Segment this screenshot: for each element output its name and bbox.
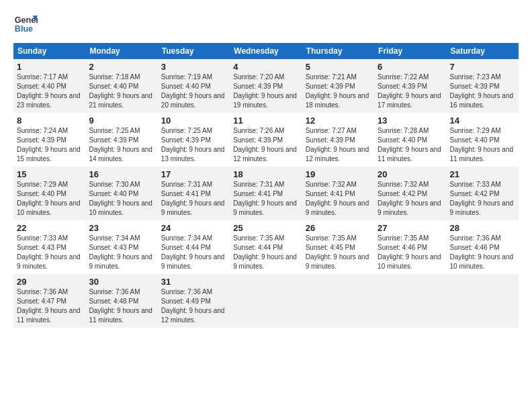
day-number: 23 [89, 223, 154, 233]
day-cell: 23Sunrise: 7:34 AMSunset: 4:43 PMDayligh… [85, 220, 157, 274]
day-number: 25 [233, 223, 298, 233]
day-number: 26 [306, 223, 371, 233]
day-info: Sunrise: 7:36 AMSunset: 4:49 PMDaylight:… [161, 288, 225, 324]
day-info: Sunrise: 7:35 AMSunset: 4:45 PMDaylight:… [306, 234, 369, 270]
day-info: Sunrise: 7:36 AMSunset: 4:47 PMDaylight:… [17, 288, 81, 324]
day-number: 12 [306, 116, 371, 126]
day-info: Sunrise: 7:20 AMSunset: 4:39 PMDaylight:… [233, 73, 297, 109]
day-info: Sunrise: 7:32 AMSunset: 4:42 PMDaylight:… [378, 181, 441, 216]
day-info: Sunrise: 7:25 AMSunset: 4:39 PMDaylight:… [161, 127, 225, 163]
day-info: Sunrise: 7:35 AMSunset: 4:44 PMDaylight:… [233, 234, 297, 270]
day-cell: 3Sunrise: 7:19 AMSunset: 4:40 PMDaylight… [158, 59, 230, 113]
day-cell: 28Sunrise: 7:36 AMSunset: 4:46 PMDayligh… [447, 220, 519, 274]
day-number: 1 [17, 62, 82, 72]
day-number: 6 [378, 62, 443, 72]
day-info: Sunrise: 7:36 AMSunset: 4:46 PMDaylight:… [450, 234, 514, 270]
day-cell: 14Sunrise: 7:29 AMSunset: 4:40 PMDayligh… [447, 113, 519, 167]
header: General Blue [13, 11, 519, 35]
weekday-tuesday: Tuesday [158, 43, 230, 59]
day-cell: 10Sunrise: 7:25 AMSunset: 4:39 PMDayligh… [158, 113, 230, 167]
day-info: Sunrise: 7:31 AMSunset: 4:41 PMDaylight:… [233, 181, 297, 216]
day-cell: 29Sunrise: 7:36 AMSunset: 4:47 PMDayligh… [13, 274, 85, 328]
day-cell: 5Sunrise: 7:21 AMSunset: 4:39 PMDaylight… [302, 59, 374, 113]
logo-icon: General Blue [13, 11, 38, 35]
day-cell: 9Sunrise: 7:25 AMSunset: 4:39 PMDaylight… [85, 113, 157, 167]
day-number: 30 [89, 277, 154, 287]
day-cell: 2Sunrise: 7:18 AMSunset: 4:40 PMDaylight… [85, 59, 157, 113]
day-number: 3 [161, 62, 226, 72]
day-number: 4 [233, 62, 298, 72]
day-cell: 21Sunrise: 7:33 AMSunset: 4:42 PMDayligh… [447, 167, 519, 220]
day-cell: 26Sunrise: 7:35 AMSunset: 4:45 PMDayligh… [302, 220, 374, 274]
day-cell: 17Sunrise: 7:31 AMSunset: 4:41 PMDayligh… [158, 167, 230, 220]
day-cell [374, 274, 446, 328]
day-info: Sunrise: 7:35 AMSunset: 4:46 PMDaylight:… [378, 234, 441, 270]
week-row-4: 22Sunrise: 7:33 AMSunset: 4:43 PMDayligh… [13, 220, 519, 274]
day-number: 21 [450, 169, 515, 179]
day-cell: 19Sunrise: 7:32 AMSunset: 4:41 PMDayligh… [302, 167, 374, 220]
day-number: 9 [89, 116, 154, 126]
svg-text:Blue: Blue [15, 24, 33, 34]
day-info: Sunrise: 7:23 AMSunset: 4:39 PMDaylight:… [450, 73, 514, 109]
weekday-friday: Friday [374, 43, 446, 59]
day-cell: 16Sunrise: 7:30 AMSunset: 4:40 PMDayligh… [85, 167, 157, 220]
day-number: 18 [233, 169, 298, 179]
day-cell: 1Sunrise: 7:17 AMSunset: 4:40 PMDaylight… [13, 59, 85, 113]
day-info: Sunrise: 7:28 AMSunset: 4:40 PMDaylight:… [378, 127, 441, 163]
day-number: 22 [17, 223, 82, 233]
weekday-thursday: Thursday [302, 43, 374, 59]
day-info: Sunrise: 7:36 AMSunset: 4:48 PMDaylight:… [89, 288, 152, 324]
day-number: 10 [161, 116, 226, 126]
day-cell [447, 274, 519, 328]
day-number: 11 [233, 116, 298, 126]
day-info: Sunrise: 7:29 AMSunset: 4:40 PMDaylight:… [17, 181, 81, 216]
day-number: 19 [306, 169, 371, 179]
day-info: Sunrise: 7:34 AMSunset: 4:44 PMDaylight:… [161, 234, 225, 270]
day-number: 17 [161, 169, 226, 179]
day-cell: 7Sunrise: 7:23 AMSunset: 4:39 PMDaylight… [447, 59, 519, 113]
day-cell: 31Sunrise: 7:36 AMSunset: 4:49 PMDayligh… [158, 274, 230, 328]
day-cell [302, 274, 374, 328]
day-number: 27 [378, 223, 443, 233]
day-cell: 13Sunrise: 7:28 AMSunset: 4:40 PMDayligh… [374, 113, 446, 167]
logo: General Blue [13, 11, 38, 35]
day-info: Sunrise: 7:32 AMSunset: 4:41 PMDaylight:… [306, 181, 369, 216]
day-number: 15 [17, 169, 82, 179]
weekday-monday: Monday [85, 43, 157, 59]
day-number: 28 [450, 223, 515, 233]
day-info: Sunrise: 7:25 AMSunset: 4:39 PMDaylight:… [89, 127, 152, 163]
day-number: 24 [161, 223, 226, 233]
day-cell: 18Sunrise: 7:31 AMSunset: 4:41 PMDayligh… [230, 167, 302, 220]
day-cell: 15Sunrise: 7:29 AMSunset: 4:40 PMDayligh… [13, 167, 85, 220]
day-cell: 25Sunrise: 7:35 AMSunset: 4:44 PMDayligh… [230, 220, 302, 274]
day-cell: 6Sunrise: 7:22 AMSunset: 4:39 PMDaylight… [374, 59, 446, 113]
day-info: Sunrise: 7:27 AMSunset: 4:39 PMDaylight:… [306, 127, 369, 163]
day-number: 14 [450, 116, 515, 126]
day-number: 7 [450, 62, 515, 72]
day-number: 31 [161, 277, 226, 287]
weekday-saturday: Saturday [447, 43, 519, 59]
day-cell: 11Sunrise: 7:26 AMSunset: 4:39 PMDayligh… [230, 113, 302, 167]
day-info: Sunrise: 7:18 AMSunset: 4:40 PMDaylight:… [89, 73, 152, 109]
day-cell: 22Sunrise: 7:33 AMSunset: 4:43 PMDayligh… [13, 220, 85, 274]
day-info: Sunrise: 7:24 AMSunset: 4:39 PMDaylight:… [17, 127, 81, 163]
day-cell: 27Sunrise: 7:35 AMSunset: 4:46 PMDayligh… [374, 220, 446, 274]
day-cell: 30Sunrise: 7:36 AMSunset: 4:48 PMDayligh… [85, 274, 157, 328]
day-cell: 20Sunrise: 7:32 AMSunset: 4:42 PMDayligh… [374, 167, 446, 220]
day-cell: 8Sunrise: 7:24 AMSunset: 4:39 PMDaylight… [13, 113, 85, 167]
calendar-table: SundayMondayTuesdayWednesdayThursdayFrid… [13, 43, 519, 328]
calendar-body: 1Sunrise: 7:17 AMSunset: 4:40 PMDaylight… [13, 59, 519, 328]
day-info: Sunrise: 7:34 AMSunset: 4:43 PMDaylight:… [89, 234, 152, 270]
day-number: 29 [17, 277, 82, 287]
calendar-page: General Blue SundayMondayTuesdayWednesda… [0, 0, 532, 334]
day-info: Sunrise: 7:33 AMSunset: 4:43 PMDaylight:… [17, 234, 81, 270]
weekday-wednesday: Wednesday [230, 43, 302, 59]
day-info: Sunrise: 7:22 AMSunset: 4:39 PMDaylight:… [378, 73, 441, 109]
day-number: 13 [378, 116, 443, 126]
day-number: 20 [378, 169, 443, 179]
day-number: 8 [17, 116, 82, 126]
day-number: 2 [89, 62, 154, 72]
day-info: Sunrise: 7:33 AMSunset: 4:42 PMDaylight:… [450, 181, 514, 216]
week-row-2: 8Sunrise: 7:24 AMSunset: 4:39 PMDaylight… [13, 113, 519, 167]
day-cell: 4Sunrise: 7:20 AMSunset: 4:39 PMDaylight… [230, 59, 302, 113]
